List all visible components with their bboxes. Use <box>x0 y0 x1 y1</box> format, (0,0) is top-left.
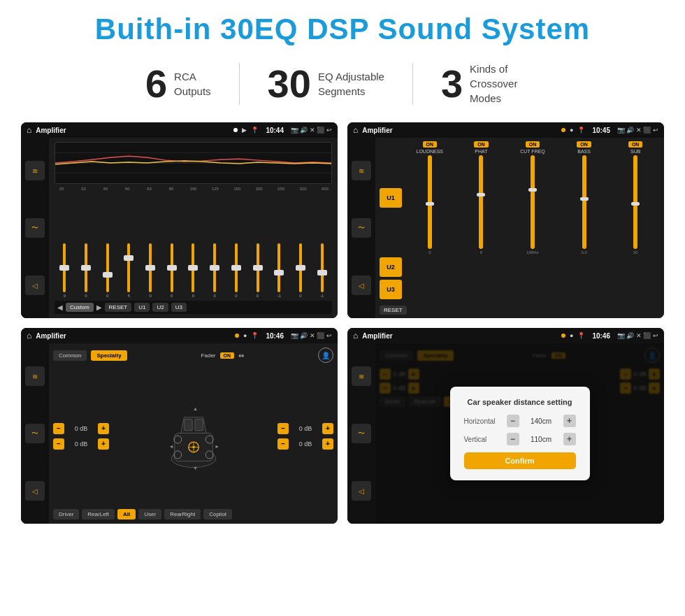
cross-u3-btn[interactable]: U3 <box>380 280 402 299</box>
eq-slider-2[interactable]: 0 <box>97 243 117 298</box>
eq-slider-6[interactable]: 0 <box>183 243 203 298</box>
prev-icon[interactable]: ◀ <box>57 303 63 311</box>
eq-slider-8[interactable]: 0 <box>226 243 247 298</box>
spk-plus-2[interactable]: + <box>98 438 109 450</box>
svg-text:▲: ▲ <box>193 405 198 411</box>
specialty-tab[interactable]: Specialty <box>91 350 127 361</box>
eq-reset-btn[interactable]: RESET <box>105 303 132 312</box>
eq-slider-1[interactable]: 0 <box>76 243 96 298</box>
dist-spk-icon[interactable]: ◁ <box>352 481 371 501</box>
dist-filter-icon[interactable]: ≋ <box>352 366 371 386</box>
spk-db-val-4: 0 dB <box>291 440 320 447</box>
fader-on-badge[interactable]: ON <box>220 352 235 359</box>
cross-reset-btn[interactable]: RESET <box>380 306 407 315</box>
next-icon[interactable]: ▶ <box>96 303 102 311</box>
eq-slider-7[interactable]: 0 <box>205 243 225 298</box>
eq-u3-btn[interactable]: U3 <box>171 303 187 312</box>
status-time-3: 10:46 <box>266 332 284 340</box>
eq-slider-0[interactable]: 0 <box>55 243 75 298</box>
cutfreq-label: CUT FREQ <box>520 149 545 154</box>
bass-label: BASS <box>577 149 591 154</box>
car-diagram: ▲ ▼ ◄ ► <box>115 401 272 471</box>
vertical-minus-btn[interactable]: − <box>507 433 519 445</box>
rearleft-btn[interactable]: RearLeft <box>82 509 115 520</box>
horizontal-plus-btn[interactable]: + <box>563 415 576 427</box>
home-icon[interactable]: ⌂ <box>27 125 31 135</box>
status-icons-cam-2: 📷 🔊 ✕ ⬛ ↩ <box>617 127 658 134</box>
cross-u2-btn[interactable]: U2 <box>380 257 402 277</box>
spk-minus-2[interactable]: − <box>53 438 64 450</box>
eq-u2-btn[interactable]: U2 <box>152 303 168 312</box>
eq-slider-9[interactable]: 0 <box>247 243 268 298</box>
eq-slider-11[interactable]: 0 <box>291 243 311 298</box>
common-tab[interactable]: Common <box>53 350 87 361</box>
eq-slider-5[interactable]: 0 <box>161 243 182 298</box>
phat-on[interactable]: ON <box>474 141 489 148</box>
stat-eq: 30 EQ AdjustableSegments <box>240 64 412 103</box>
rearright-btn[interactable]: RearRight <box>164 509 201 520</box>
spk-plus-3[interactable]: + <box>322 423 333 434</box>
spk-filter-icon[interactable]: ≋ <box>25 366 45 386</box>
fader-row: Fader ON ⇔ <box>201 352 244 359</box>
spk-plus-1[interactable]: + <box>98 423 109 434</box>
eq-slider-10[interactable]: -1 <box>269 243 289 298</box>
freq-100: 100 <box>187 187 199 191</box>
cross-u2-area: U2 <box>380 257 660 277</box>
eq-custom-btn[interactable]: Custom <box>66 303 94 312</box>
horizontal-minus-btn[interactable]: − <box>507 415 519 427</box>
home-icon-2[interactable]: ⌂ <box>353 125 358 135</box>
spk-left-sidebar: ≋ 〜 ◁ <box>21 343 49 524</box>
avatar-icon[interactable]: 👤 <box>318 348 333 363</box>
spk-db-row-2: − 0 dB + <box>53 438 109 450</box>
status-title-3: Amplifier <box>36 332 231 340</box>
cross-wave-icon[interactable]: 〜 <box>352 218 371 238</box>
eq-u1-btn[interactable]: U1 <box>134 303 150 312</box>
cross-left-sidebar: ≋ 〜 ◁ <box>347 138 375 318</box>
sub-on[interactable]: ON <box>628 141 643 148</box>
vertical-plus-btn[interactable]: + <box>563 433 576 445</box>
cross-filter-icon[interactable]: ≋ <box>352 161 371 180</box>
eq-slider-4[interactable]: 0 <box>140 243 161 298</box>
page-title: Buith-in 30EQ DSP Sound System <box>21 13 664 46</box>
fader-sliders-icon[interactable]: ⇔ <box>238 352 244 359</box>
confirm-button[interactable]: Confirm <box>464 452 576 469</box>
cross-speaker-icon[interactable]: ◁ <box>352 275 371 295</box>
copilot-btn[interactable]: Copilot <box>203 509 232 520</box>
all-btn[interactable]: All <box>117 509 136 520</box>
freq-250: 250 <box>275 187 287 191</box>
driver-btn[interactable]: Driver <box>53 509 79 520</box>
svg-rect-7 <box>194 419 203 430</box>
vertical-row: Vertical − 110cm + <box>464 433 576 445</box>
spk-minus-1[interactable]: − <box>53 423 64 434</box>
home-icon-3[interactable]: ⌂ <box>27 331 31 341</box>
cross-sub: ON SUB 20 <box>611 141 660 255</box>
bass-on[interactable]: ON <box>577 141 591 148</box>
loudness-on[interactable]: ON <box>423 141 438 148</box>
status-dot-4 <box>561 334 565 338</box>
spk-spk-icon[interactable]: ◁ <box>25 481 45 501</box>
eq-bottom-bar: ◀ Custom ▶ RESET U1 U2 U3 <box>55 301 332 314</box>
eq-graph <box>55 142 332 184</box>
status-dot-2 <box>561 128 565 132</box>
stat-rca-number: 6 <box>145 64 167 103</box>
status-title-4: Amplifier <box>362 332 557 340</box>
svg-rect-6 <box>184 419 192 430</box>
spk-plus-4[interactable]: + <box>322 438 333 450</box>
eq-speaker-icon[interactable]: ◁ <box>25 275 45 295</box>
eq-filter-icon[interactable]: ≋ <box>25 161 45 180</box>
spk-minus-3[interactable]: − <box>277 423 289 434</box>
user-btn[interactable]: User <box>138 509 161 520</box>
cross-u1-btn[interactable]: U1 <box>380 188 402 208</box>
spk-minus-4[interactable]: − <box>277 438 289 450</box>
eq-wave-icon[interactable]: 〜 <box>25 218 45 238</box>
dist-wave-icon[interactable]: 〜 <box>352 424 371 443</box>
home-icon-4[interactable]: ⌂ <box>353 331 358 341</box>
screen-eq: ⌂ Amplifier ▶ 📍 10:44 📷 🔊 ✕ ⬛ ↩ ≋ 〜 ◁ <box>21 122 338 318</box>
spk-wave-icon[interactable]: 〜 <box>25 424 45 443</box>
spk-db-val-1: 0 dB <box>66 425 96 432</box>
freq-200: 200 <box>254 187 265 191</box>
cutfreq-on[interactable]: ON <box>526 141 540 148</box>
eq-slider-12[interactable]: -1 <box>312 243 332 298</box>
spk-db-val-3: 0 dB <box>291 425 320 432</box>
eq-slider-3[interactable]: 5 <box>119 243 139 298</box>
